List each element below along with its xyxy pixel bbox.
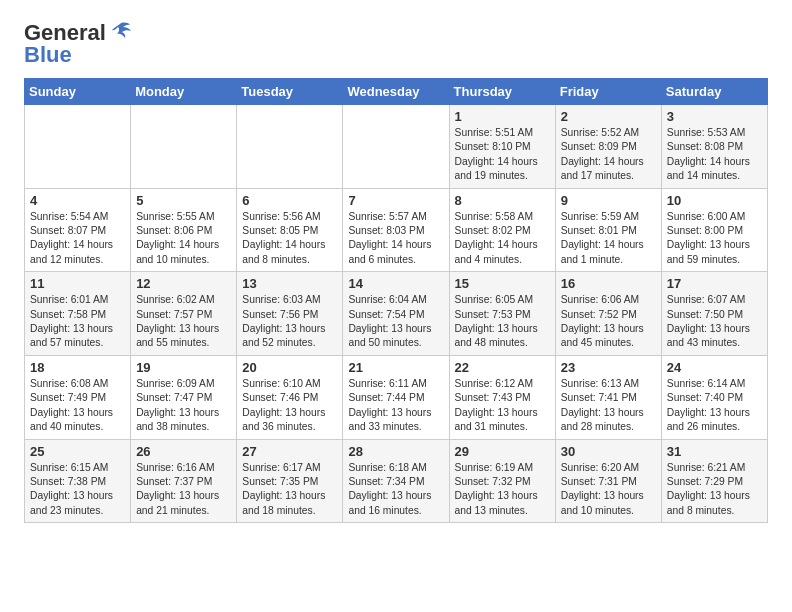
day-number: 17 (667, 276, 762, 291)
day-number: 28 (348, 444, 443, 459)
cell-content: Sunrise: 6:10 AM Sunset: 7:46 PM Dayligh… (242, 377, 337, 435)
calendar-cell (25, 105, 131, 189)
header-friday: Friday (555, 79, 661, 105)
cell-content: Sunrise: 6:08 AM Sunset: 7:49 PM Dayligh… (30, 377, 125, 435)
cell-content: Sunrise: 5:58 AM Sunset: 8:02 PM Dayligh… (455, 210, 550, 268)
day-number: 14 (348, 276, 443, 291)
cell-content: Sunrise: 6:12 AM Sunset: 7:43 PM Dayligh… (455, 377, 550, 435)
calendar-cell (237, 105, 343, 189)
day-number: 6 (242, 193, 337, 208)
day-number: 21 (348, 360, 443, 375)
cell-content: Sunrise: 5:56 AM Sunset: 8:05 PM Dayligh… (242, 210, 337, 268)
calendar-cell: 8Sunrise: 5:58 AM Sunset: 8:02 PM Daylig… (449, 188, 555, 272)
calendar-cell: 10Sunrise: 6:00 AM Sunset: 8:00 PM Dayli… (661, 188, 767, 272)
header-tuesday: Tuesday (237, 79, 343, 105)
calendar-cell: 20Sunrise: 6:10 AM Sunset: 7:46 PM Dayli… (237, 355, 343, 439)
calendar-cell: 3Sunrise: 5:53 AM Sunset: 8:08 PM Daylig… (661, 105, 767, 189)
page-header: General Blue (24, 20, 768, 68)
day-number: 15 (455, 276, 550, 291)
cell-content: Sunrise: 6:19 AM Sunset: 7:32 PM Dayligh… (455, 461, 550, 519)
cell-content: Sunrise: 6:03 AM Sunset: 7:56 PM Dayligh… (242, 293, 337, 351)
cell-content: Sunrise: 6:15 AM Sunset: 7:38 PM Dayligh… (30, 461, 125, 519)
calendar-cell: 21Sunrise: 6:11 AM Sunset: 7:44 PM Dayli… (343, 355, 449, 439)
calendar-cell: 31Sunrise: 6:21 AM Sunset: 7:29 PM Dayli… (661, 439, 767, 523)
day-number: 19 (136, 360, 231, 375)
calendar-week-row: 1Sunrise: 5:51 AM Sunset: 8:10 PM Daylig… (25, 105, 768, 189)
calendar-cell: 23Sunrise: 6:13 AM Sunset: 7:41 PM Dayli… (555, 355, 661, 439)
calendar-cell: 12Sunrise: 6:02 AM Sunset: 7:57 PM Dayli… (131, 272, 237, 356)
calendar-cell: 29Sunrise: 6:19 AM Sunset: 7:32 PM Dayli… (449, 439, 555, 523)
calendar-week-row: 18Sunrise: 6:08 AM Sunset: 7:49 PM Dayli… (25, 355, 768, 439)
logo: General Blue (24, 20, 132, 68)
calendar-cell: 27Sunrise: 6:17 AM Sunset: 7:35 PM Dayli… (237, 439, 343, 523)
calendar-cell: 11Sunrise: 6:01 AM Sunset: 7:58 PM Dayli… (25, 272, 131, 356)
day-number: 7 (348, 193, 443, 208)
calendar-cell: 15Sunrise: 6:05 AM Sunset: 7:53 PM Dayli… (449, 272, 555, 356)
cell-content: Sunrise: 6:18 AM Sunset: 7:34 PM Dayligh… (348, 461, 443, 519)
day-number: 1 (455, 109, 550, 124)
day-number: 16 (561, 276, 656, 291)
calendar-cell: 9Sunrise: 5:59 AM Sunset: 8:01 PM Daylig… (555, 188, 661, 272)
cell-content: Sunrise: 6:14 AM Sunset: 7:40 PM Dayligh… (667, 377, 762, 435)
day-number: 31 (667, 444, 762, 459)
day-number: 11 (30, 276, 125, 291)
calendar-cell: 18Sunrise: 6:08 AM Sunset: 7:49 PM Dayli… (25, 355, 131, 439)
header-wednesday: Wednesday (343, 79, 449, 105)
day-number: 9 (561, 193, 656, 208)
cell-content: Sunrise: 6:11 AM Sunset: 7:44 PM Dayligh… (348, 377, 443, 435)
day-number: 27 (242, 444, 337, 459)
calendar-cell: 14Sunrise: 6:04 AM Sunset: 7:54 PM Dayli… (343, 272, 449, 356)
calendar-cell: 25Sunrise: 6:15 AM Sunset: 7:38 PM Dayli… (25, 439, 131, 523)
calendar-cell: 7Sunrise: 5:57 AM Sunset: 8:03 PM Daylig… (343, 188, 449, 272)
calendar-cell: 2Sunrise: 5:52 AM Sunset: 8:09 PM Daylig… (555, 105, 661, 189)
cell-content: Sunrise: 6:16 AM Sunset: 7:37 PM Dayligh… (136, 461, 231, 519)
cell-content: Sunrise: 5:57 AM Sunset: 8:03 PM Dayligh… (348, 210, 443, 268)
calendar-week-row: 11Sunrise: 6:01 AM Sunset: 7:58 PM Dayli… (25, 272, 768, 356)
cell-content: Sunrise: 6:13 AM Sunset: 7:41 PM Dayligh… (561, 377, 656, 435)
cell-content: Sunrise: 6:21 AM Sunset: 7:29 PM Dayligh… (667, 461, 762, 519)
day-number: 26 (136, 444, 231, 459)
calendar-cell: 6Sunrise: 5:56 AM Sunset: 8:05 PM Daylig… (237, 188, 343, 272)
day-number: 30 (561, 444, 656, 459)
cell-content: Sunrise: 6:00 AM Sunset: 8:00 PM Dayligh… (667, 210, 762, 268)
cell-content: Sunrise: 5:51 AM Sunset: 8:10 PM Dayligh… (455, 126, 550, 184)
cell-content: Sunrise: 5:53 AM Sunset: 8:08 PM Dayligh… (667, 126, 762, 184)
calendar-cell: 19Sunrise: 6:09 AM Sunset: 7:47 PM Dayli… (131, 355, 237, 439)
cell-content: Sunrise: 6:02 AM Sunset: 7:57 PM Dayligh… (136, 293, 231, 351)
calendar-cell: 22Sunrise: 6:12 AM Sunset: 7:43 PM Dayli… (449, 355, 555, 439)
cell-content: Sunrise: 6:07 AM Sunset: 7:50 PM Dayligh… (667, 293, 762, 351)
day-number: 2 (561, 109, 656, 124)
calendar-cell: 1Sunrise: 5:51 AM Sunset: 8:10 PM Daylig… (449, 105, 555, 189)
day-number: 24 (667, 360, 762, 375)
calendar-cell: 16Sunrise: 6:06 AM Sunset: 7:52 PM Dayli… (555, 272, 661, 356)
calendar-week-row: 4Sunrise: 5:54 AM Sunset: 8:07 PM Daylig… (25, 188, 768, 272)
calendar-cell (131, 105, 237, 189)
calendar-cell: 24Sunrise: 6:14 AM Sunset: 7:40 PM Dayli… (661, 355, 767, 439)
calendar-cell: 28Sunrise: 6:18 AM Sunset: 7:34 PM Dayli… (343, 439, 449, 523)
day-number: 8 (455, 193, 550, 208)
day-number: 25 (30, 444, 125, 459)
day-number: 10 (667, 193, 762, 208)
day-number: 13 (242, 276, 337, 291)
cell-content: Sunrise: 6:09 AM Sunset: 7:47 PM Dayligh… (136, 377, 231, 435)
header-sunday: Sunday (25, 79, 131, 105)
logo-bird-icon (110, 22, 132, 40)
cell-content: Sunrise: 6:20 AM Sunset: 7:31 PM Dayligh… (561, 461, 656, 519)
calendar-table: SundayMondayTuesdayWednesdayThursdayFrid… (24, 78, 768, 523)
day-number: 4 (30, 193, 125, 208)
cell-content: Sunrise: 5:54 AM Sunset: 8:07 PM Dayligh… (30, 210, 125, 268)
header-saturday: Saturday (661, 79, 767, 105)
day-number: 22 (455, 360, 550, 375)
day-number: 23 (561, 360, 656, 375)
logo-blue-text: Blue (24, 42, 72, 68)
calendar-cell: 30Sunrise: 6:20 AM Sunset: 7:31 PM Dayli… (555, 439, 661, 523)
calendar-cell: 5Sunrise: 5:55 AM Sunset: 8:06 PM Daylig… (131, 188, 237, 272)
cell-content: Sunrise: 6:06 AM Sunset: 7:52 PM Dayligh… (561, 293, 656, 351)
day-number: 18 (30, 360, 125, 375)
header-monday: Monday (131, 79, 237, 105)
calendar-cell (343, 105, 449, 189)
calendar-cell: 4Sunrise: 5:54 AM Sunset: 8:07 PM Daylig… (25, 188, 131, 272)
day-number: 20 (242, 360, 337, 375)
cell-content: Sunrise: 6:01 AM Sunset: 7:58 PM Dayligh… (30, 293, 125, 351)
cell-content: Sunrise: 5:59 AM Sunset: 8:01 PM Dayligh… (561, 210, 656, 268)
